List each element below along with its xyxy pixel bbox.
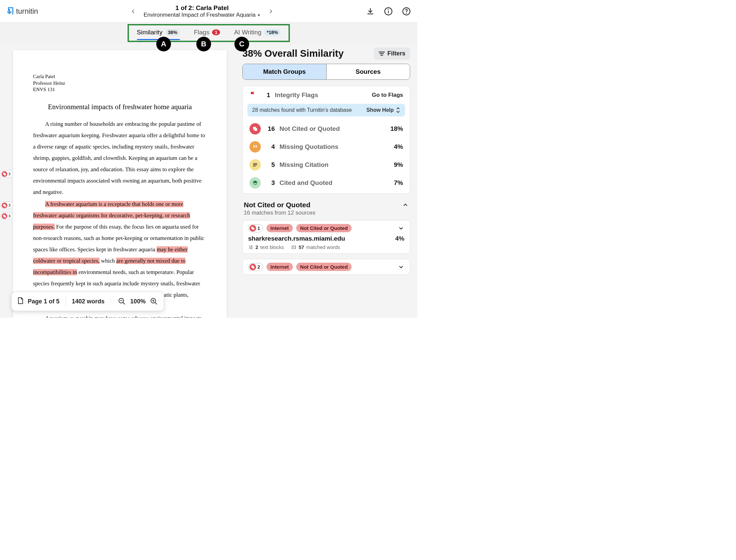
integrity-label: Integrity Flags [275,91,367,99]
chevron-down-icon [398,225,404,232]
submission-counter: 1 of 2: Carla Patel [175,4,228,12]
match-card-header: 2 Internet Not Cited or Quoted [248,263,404,271]
brand-text: turnitin [16,7,38,16]
turnitin-icon [7,7,14,16]
submission-subtitle[interactable]: Environmental Impact of Freshwater Aquar… [144,12,260,18]
group-not-cited[interactable]: 16 Not Cited or Quoted 18% [243,120,410,138]
document-page: Carla Patel Professor Heinz ENVS 131 Env… [13,50,227,318]
overlap-icon [2,213,7,219]
match-number-pill: 2 [248,263,263,271]
group-missing-citation[interactable]: 5 Missing Citation 9% [243,156,410,174]
lines-icon [249,159,261,171]
match-marker-3[interactable]: 3 [1,212,13,220]
blocks-icon [248,245,253,250]
quote-icon [249,141,261,153]
word-count: 1402 words [72,298,111,305]
svg-point-4 [406,13,406,13]
zoom-in-button[interactable] [149,296,159,306]
meta-author: Carla Patel [33,73,207,80]
seg-match-groups[interactable]: Match Groups [243,64,327,79]
overlap-icon [2,203,7,208]
chevron-down-icon [398,264,404,270]
meta-professor: Professor Heinz [33,80,207,87]
svg-point-2 [388,9,388,10]
match-card-1[interactable]: 1 Internet Not Cited or Quoted sharkrese… [242,220,410,254]
filter-icon [379,51,385,56]
svg-rect-29 [252,266,254,268]
match-card-header: 1 Internet Not Cited or Quoted [248,224,404,232]
match-source-url: sharkresearch.rsmas.miami.edu [248,235,345,242]
submission-nav: 1 of 2: Carla Patel Environmental Impact… [38,4,366,18]
overlap-icon [2,171,7,177]
help-button[interactable] [402,7,411,16]
info-button[interactable] [384,7,393,16]
overlap-icon [249,264,256,270]
match-percent: 4% [395,235,404,242]
filters-label: Filters [387,50,405,57]
submission-title-block: 1 of 2: Carla Patel Environmental Impact… [142,4,262,18]
svg-line-15 [155,302,157,304]
callout-b: B [196,37,211,51]
integrity-flags-row: 1 Integrity Flags Go to Flags [243,87,410,102]
integrity-count: 1 [261,91,270,99]
zoom-out-button[interactable] [117,296,127,306]
match-meta-row: 2text blocks 57matched words [248,244,404,250]
overall-similarity-title: 38% Overall Similarity [242,48,344,59]
tab-flags[interactable]: Flags 1 [194,29,220,36]
overlap-icon [249,123,261,134]
paragraph-3: Aquarium ownership may have some adverse… [33,313,207,318]
svg-line-12 [123,302,125,304]
svg-rect-20 [380,55,383,55]
expand-icon [396,107,400,113]
next-submission-button[interactable] [265,5,277,17]
page-label: Page 1 of 5 [28,298,59,305]
match-marker-2[interactable]: 3 [1,202,13,209]
svg-rect-27 [252,228,254,230]
tab-similarity-value: 38% [165,29,180,36]
svg-rect-6 [4,174,6,176]
tab-ai-label: AI Writing [234,29,261,36]
seg-sources[interactable]: Sources [327,64,410,79]
zoom-controls: 100% [117,296,159,306]
show-help-button[interactable]: Show Help [366,107,400,113]
tab-flags-value: 1 [212,29,220,35]
word-count-text: 1402 words [72,298,105,305]
tag-not-cited: Not Cited or Quoted [296,224,352,232]
download-button[interactable] [366,7,375,16]
top-actions [366,7,411,16]
tab-ai-writing[interactable]: AI Writing *18% [234,29,281,36]
go-to-flags-link[interactable]: Go to Flags [372,92,403,98]
svg-rect-10 [4,216,6,218]
tag-internet: Internet [266,263,293,271]
svg-rect-18 [379,51,385,52]
summary-card: 1 Integrity Flags Go to Flags 28 matches… [242,86,410,194]
view-segmented-control: Match Groups Sources [242,64,410,80]
group-cited-quoted[interactable]: 3 Cited and Quoted 7% [243,174,410,192]
top-bar: turnitin 1 of 2: Carla Patel Environment… [0,0,417,23]
viewer-toolbar: Page 1 of 5 1402 words 100% [11,292,164,311]
flag-icon [249,91,256,99]
brand-logo: turnitin [7,7,38,16]
matched-words-stat: 57matched words [291,244,340,250]
tag-not-cited: Not Cited or Quoted [296,263,352,271]
match-marker-1[interactable]: 3 [1,170,13,178]
svg-rect-19 [380,53,384,54]
document-meta: Carla Patel Professor Heinz ENVS 131 [33,73,207,93]
document-viewer: Carla Patel Professor Heinz ENVS 131 Env… [0,44,240,318]
section-not-cited-header[interactable]: Not Cited or Quoted [242,201,410,210]
section-subtitle: 16 matches from 12 sources [242,210,410,216]
page-indicator[interactable]: Page 1 of 5 [16,297,66,306]
zoom-level: 100% [130,298,146,305]
section-title: Not Cited or Quoted [244,201,310,209]
filters-button[interactable]: Filters [374,47,410,60]
submission-subtitle-text: Environmental Impact of Freshwater Aquar… [144,12,255,18]
prev-submission-button[interactable] [127,5,139,17]
tab-similarity[interactable]: Similarity 38% [137,29,180,36]
help-text: 28 matches found with Turnitin's databas… [252,107,352,113]
group-missing-quotations[interactable]: 4 Missing Quotations 4% [243,138,410,156]
main-split: Carla Patel Professor Heinz ENVS 131 Env… [0,44,417,318]
subtitle-caret-icon: ▼ [257,13,260,17]
match-card-2[interactable]: 2 Internet Not Cited or Quoted [242,259,410,275]
svg-rect-22 [254,128,257,131]
paragraph-1: A rising number of households are embrac… [33,118,207,198]
